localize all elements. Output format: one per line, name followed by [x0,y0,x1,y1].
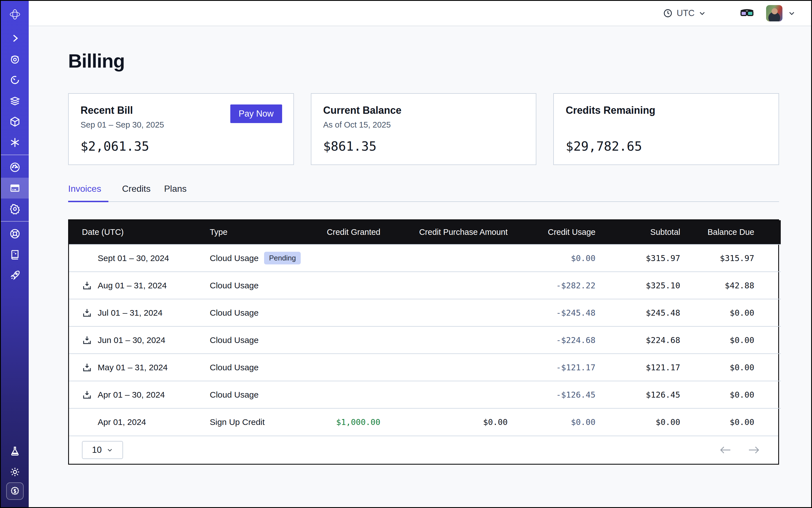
pay-now-button[interactable]: Pay Now [230,104,282,123]
pager [719,445,760,455]
invoice-row: Jun 01 – 30, 2024 Cloud Usage -$224.68 $… [69,326,781,354]
col-subtotal: Subtotal [596,220,680,245]
labs-flask-icon[interactable] [1,441,29,462]
download-invoice-button[interactable] [81,307,93,319]
invoice-type: Cloud Usage [210,253,258,263]
invoice-type: Cloud Usage [210,272,311,299]
sidebar-divider [1,155,29,155]
invoice-type: Sign Up Credit [210,408,311,436]
page-size-value: 10 [92,445,102,455]
credit-purchase [380,381,508,408]
invoice-type: Cloud Usage [210,326,311,354]
balance-due: $0.00 [680,326,781,354]
app-logo-icon[interactable] [1,1,29,28]
download-invoice-button[interactable] [81,389,93,400]
recent-bill-amount: $2,061.35 [81,139,282,154]
credits-badge-button[interactable] [6,482,24,500]
current-balance-amount: $861.35 [323,139,524,154]
credit-purchase [380,354,508,381]
card-title: Credits Remaining [566,104,767,116]
app-frame: UTC Billing Recent Bill Sep 01 – Sep 30,… [0,0,812,508]
settings-gear-icon[interactable] [1,199,29,219]
credits-remaining-amount: $29,782.65 [566,139,767,154]
download-invoice-button[interactable] [81,280,93,291]
balance-due: $0.00 [680,299,781,326]
credit-granted [311,326,380,354]
balance-due: $315.97 [680,245,781,272]
credit-purchase [380,299,508,326]
invoice-date: Jul 01 – 31, 2024 [98,308,163,318]
download-slot-empty [81,417,93,428]
table-header-row: Date (UTC) Type Credit Granted Credit Pu… [69,220,781,245]
layers-icon[interactable] [1,90,29,111]
subtotal: $126.45 [596,381,680,408]
sidebar [1,1,29,507]
credit-usage: -$282.22 [508,272,596,299]
download-slot-empty [81,253,93,264]
previous-page-arrow-icon[interactable] [719,445,731,455]
invoice-type: Cloud Usage [210,381,311,408]
invoice-row: Apr 01, 2024 Sign Up Credit $1,000.00 $0… [69,408,781,436]
invoice-date: May 01 – 31, 2024 [98,363,168,372]
chevron-down-icon [698,9,706,17]
col-date: Date (UTC) [69,220,210,245]
clock-icon [663,8,673,18]
credit-granted [311,272,380,299]
download-icon [82,308,92,318]
timer-icon[interactable] [1,70,29,90]
main-area: UTC Billing Recent Bill Sep 01 – Sep 30,… [29,1,811,507]
pending-badge: Pending [264,252,300,264]
balance-due: $0.00 [680,381,781,408]
download-invoice-button[interactable] [81,335,93,346]
download-icon [82,281,92,291]
launch-rocket-icon[interactable] [1,265,29,286]
invoice-date: Apr 01, 2024 [98,417,146,427]
balance-due: $0.00 [680,354,781,381]
functions-asterisk-icon[interactable] [1,132,29,153]
usage-gauge-icon[interactable] [1,157,29,178]
next-page-arrow-icon[interactable] [748,445,760,455]
download-invoice-button[interactable] [81,362,93,373]
credit-granted [311,299,380,326]
download-icon [82,335,92,345]
glasses-icon[interactable] [740,8,754,19]
recent-bill-card: Recent Bill Sep 01 – Sep 30, 2025 $2,061… [68,93,294,165]
page-size-select[interactable]: 10 [82,441,123,459]
observability-spiral-eye-icon[interactable] [1,49,29,70]
expand-sidebar-chevron-right-icon[interactable] [1,28,29,49]
user-avatar[interactable] [766,5,782,22]
credit-usage: -$121.17 [508,354,596,381]
dollar-badge-icon [10,486,20,496]
credit-granted [311,381,380,408]
subtotal: $325.10 [596,272,680,299]
invoice-row: May 01 – 31, 2024 Cloud Usage -$121.17 $… [69,354,781,381]
card-title: Current Balance [323,104,524,116]
sidebar-item-billing[interactable] [1,178,29,199]
account-chevron-down-icon[interactable] [788,9,796,17]
invoices-table-container: Date (UTC) Type Credit Granted Credit Pu… [68,219,779,465]
invoice-type: Cloud Usage [210,354,311,381]
subtotal: $121.17 [596,354,680,381]
table-footer: 10 [69,436,778,464]
sidebar-divider [1,221,29,222]
subtotal: $245.48 [596,299,680,326]
invoice-row: Jul 01 – 31, 2024 Cloud Usage -$245.48 $… [69,299,781,326]
credit-granted [311,354,380,381]
timezone-label: UTC [677,8,695,18]
support-lifebuoy-icon[interactable] [1,223,29,244]
subtotal: $315.97 [596,245,680,272]
credit-purchase [380,326,508,354]
timezone-selector[interactable]: UTC [663,8,706,18]
col-type: Type [210,220,311,245]
docs-book-sparkle-icon[interactable] [1,244,29,265]
card-subtitle-empty [566,120,767,130]
col-credit-purchase-amount: Credit Purchase Amount [380,220,508,245]
tab-credits[interactable]: Credits [122,183,151,202]
container-cube-icon[interactable] [1,111,29,132]
credit-granted: $1,000.00 [311,408,380,436]
invoice-row: Apr 01 – 30, 2024 Cloud Usage -$126.45 $… [69,381,781,408]
theme-sun-icon[interactable] [1,462,29,482]
content: Billing Recent Bill Sep 01 – Sep 30, 202… [29,26,811,496]
tab-invoices[interactable]: Invoices [68,183,109,202]
tab-plans[interactable]: Plans [164,183,187,202]
